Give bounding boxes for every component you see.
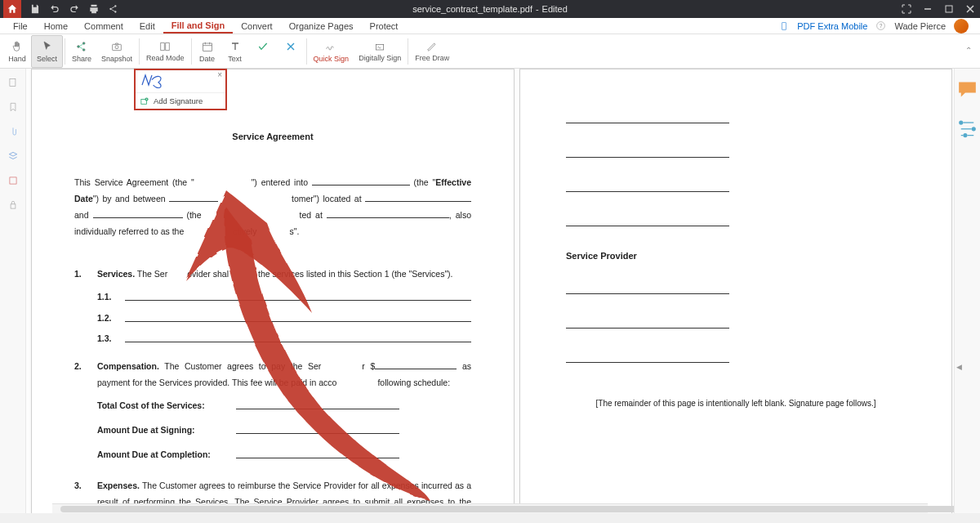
right-rail [954, 69, 980, 513]
tool-snapshot[interactable]: Snapshot [96, 35, 137, 68]
svg-rect-13 [376, 44, 383, 50]
tool-free-draw[interactable]: Free Draw [410, 35, 454, 68]
add-signature-button[interactable]: Add Signature [136, 93, 225, 109]
pages-panel-icon[interactable] [7, 77, 19, 88]
redo-icon[interactable] [69, 3, 80, 15]
svg-point-9 [82, 48, 85, 51]
attachments-panel-icon[interactable] [7, 126, 19, 137]
home-icon [7, 3, 18, 15]
user-name[interactable]: Wade Pierce [894, 21, 946, 31]
help-icon[interactable]: ? [875, 20, 886, 31]
fullscreen-icon[interactable] [902, 4, 911, 14]
tool-quick-sign[interactable]: Quick Sign [309, 35, 354, 68]
svg-point-7 [78, 45, 80, 47]
svg-rect-17 [9, 177, 16, 184]
svg-rect-16 [9, 78, 15, 86]
avatar[interactable] [954, 19, 969, 34]
minimize-icon[interactable] [923, 4, 933, 14]
tool-digitally-sign[interactable]: Digitally Sign [354, 35, 406, 68]
menu-bar: File Home Comment Edit Fill and Sign Con… [0, 18, 980, 34]
main-area: ▶ Service Agreement This Service Agreeme… [0, 69, 980, 513]
menu-protect[interactable]: Protect [362, 18, 407, 34]
svg-text:?: ? [880, 23, 883, 29]
tools-panel-icon[interactable] [955, 115, 980, 141]
svg-point-19 [959, 120, 963, 124]
svg-point-11 [115, 45, 118, 48]
svg-rect-3 [946, 6, 952, 12]
document-status-sep: - [536, 4, 539, 14]
title-bar: service_contract_template.pdf - Edited [0, 0, 980, 18]
save-icon[interactable] [29, 3, 41, 15]
print-icon[interactable] [88, 3, 100, 15]
calendar-icon [201, 40, 214, 53]
menu-file[interactable]: File [5, 18, 36, 34]
text-icon [229, 40, 242, 53]
comment-panel-icon[interactable] [955, 77, 980, 102]
mobile-link[interactable]: PDF Extra Mobile [797, 21, 867, 31]
tool-read-mode[interactable]: Read Mode [141, 35, 189, 68]
tool-select[interactable]: Select [31, 35, 63, 68]
menu-home[interactable]: Home [36, 18, 76, 34]
menu-comment[interactable]: Comment [76, 18, 131, 34]
x-icon [284, 40, 297, 53]
document-canvas[interactable]: ▶ Service Agreement This Service Agreeme… [26, 69, 954, 513]
tool-hand[interactable]: Hand [3, 35, 31, 68]
signatures-panel-icon[interactable] [7, 175, 19, 186]
document-page-1: Service Agreement This Service Agreement… [31, 69, 514, 513]
signature-popup: × Add Signature [134, 69, 227, 110]
add-signature-icon [140, 97, 149, 105]
share-title-icon[interactable] [108, 3, 119, 15]
tool-text[interactable]: Text [221, 35, 249, 68]
document-page-2: Service Provider [The remainder of this … [519, 69, 952, 513]
tool-date[interactable]: Date [194, 35, 221, 68]
digital-sign-icon [373, 40, 386, 53]
share-icon [75, 40, 88, 53]
check-icon [256, 40, 270, 53]
doc-title: Service Agreement [74, 128, 471, 145]
collapse-ribbon-icon[interactable]: ⌃ [965, 46, 972, 55]
signature-drawing [139, 72, 178, 92]
intro-para: This Service Agreement (the "") entered … [74, 175, 471, 240]
document-filename: service_contract_template.pdf [412, 4, 532, 14]
bookmarks-panel-icon[interactable] [7, 101, 19, 113]
tool-share[interactable]: Share [67, 35, 96, 68]
pencil-icon [425, 40, 439, 53]
cursor-icon [41, 40, 54, 53]
signature-icon [324, 40, 337, 53]
undo-icon[interactable] [49, 3, 60, 15]
hand-icon [11, 40, 24, 53]
svg-point-20 [972, 127, 976, 131]
document-status: Edited [542, 4, 568, 14]
provider-label: Service Provider [566, 248, 906, 265]
layers-panel-icon[interactable] [7, 150, 19, 162]
mobile-icon [779, 21, 789, 31]
menu-organize[interactable]: Organize Pages [281, 18, 362, 34]
book-icon [158, 40, 172, 53]
close-icon[interactable] [965, 4, 975, 14]
camera-icon [110, 40, 123, 53]
nav-next-icon[interactable]: ◀ [956, 363, 962, 371]
blank-page-note: [The remainder of this page is intention… [566, 396, 906, 411]
toolbar: Hand Select Share Snapshot Read Mode Dat… [0, 34, 980, 69]
home-button[interactable] [3, 0, 21, 18]
signature-close-icon[interactable]: × [217, 70, 222, 79]
section-2: 2. Compensation. The Customer agrees to … [74, 359, 471, 391]
menu-fill-sign[interactable]: Fill and Sign [163, 18, 233, 34]
svg-point-21 [963, 133, 967, 137]
left-rail [0, 69, 26, 513]
svg-rect-12 [203, 43, 212, 51]
svg-point-8 [82, 42, 85, 44]
svg-rect-18 [11, 204, 16, 208]
tool-checkmark[interactable] [249, 35, 277, 68]
horizontal-scrollbar[interactable] [52, 503, 928, 513]
menu-edit[interactable]: Edit [131, 18, 163, 34]
section-1: 1. Services. The Serovider shalthe servi… [74, 266, 471, 283]
menu-convert[interactable]: Convert [233, 18, 281, 34]
signature-preview[interactable]: × [136, 70, 225, 93]
svg-rect-4 [782, 22, 786, 29]
maximize-icon[interactable] [944, 4, 954, 14]
security-panel-icon[interactable] [7, 199, 19, 211]
tool-xmark[interactable] [277, 35, 305, 68]
